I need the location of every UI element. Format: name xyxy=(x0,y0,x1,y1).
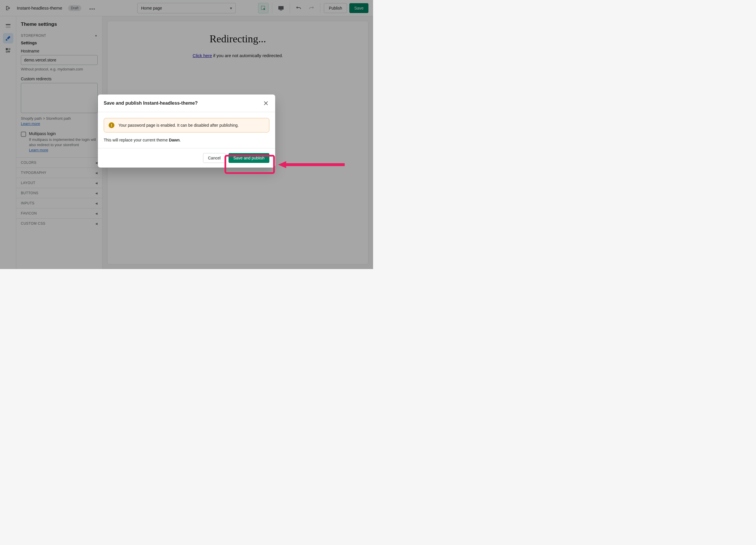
banner-text: Your password page is enabled. It can be… xyxy=(118,123,239,127)
msg-pre: This will replace your current theme xyxy=(104,138,169,142)
modal-title: Save and publish Instant-headless-theme? xyxy=(104,101,198,106)
msg-post: . xyxy=(180,138,181,142)
publish-modal: Save and publish Instant-headless-theme?… xyxy=(98,94,275,167)
modal-body: ! Your password page is enabled. It can … xyxy=(98,112,275,148)
msg-theme: Dawn xyxy=(169,138,180,142)
close-icon xyxy=(263,101,269,106)
warning-banner: ! Your password page is enabled. It can … xyxy=(104,118,269,132)
modal-header: Save and publish Instant-headless-theme? xyxy=(98,94,275,112)
warning-icon: ! xyxy=(109,122,114,128)
cancel-button[interactable]: Cancel xyxy=(203,153,226,163)
modal-message: This will replace your current theme Daw… xyxy=(104,138,269,142)
modal-overlay: Save and publish Instant-headless-theme?… xyxy=(0,0,373,269)
save-publish-button[interactable]: Save and publish xyxy=(229,153,269,163)
modal-close-button[interactable] xyxy=(262,100,269,107)
modal-footer: Cancel Save and publish xyxy=(98,148,275,167)
